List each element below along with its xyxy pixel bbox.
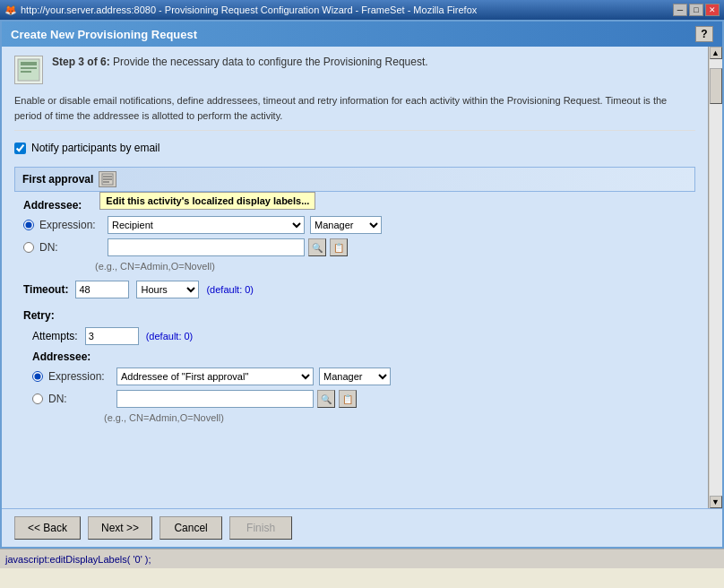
retry-search-icon-button[interactable]: 🔍: [317, 390, 335, 408]
section-title: First approval: [22, 173, 93, 186]
retry-addressee-section: Addressee: Expression: Addressee of "Fir…: [32, 350, 695, 423]
step-header: Step 3 of 6: Provide the necessary data …: [14, 56, 695, 84]
dn-input[interactable]: [108, 238, 305, 256]
retry-browse-icon-button[interactable]: 📋: [339, 390, 357, 408]
retry-expression-radio-label: Expression:: [48, 370, 111, 383]
retry-expression-radio[interactable]: [32, 371, 43, 382]
minimize-button[interactable]: ─: [673, 4, 687, 16]
step-number: Step 3 of 6:: [52, 56, 110, 68]
step-icon: [14, 56, 43, 84]
back-button[interactable]: << Back: [14, 516, 81, 540]
dn-radio[interactable]: [23, 242, 34, 253]
edit-labels-button[interactable]: Edit this activity's localized display l…: [99, 171, 116, 187]
svg-rect-1: [21, 62, 37, 65]
first-approval-section: First approval Edit this activity's loca…: [14, 167, 695, 423]
timeout-default: (default: 0): [206, 284, 254, 295]
attempts-default: (default: 0): [146, 331, 194, 342]
wizard-header: Create New Provisioning Request ?: [2, 22, 722, 47]
retry-label: Retry:: [23, 309, 695, 322]
notify-checkbox[interactable]: [14, 143, 26, 154]
wizard-window: Create New Provisioning Request ? Step 3…: [0, 20, 724, 549]
attempts-row: Attempts: (default: 0): [32, 327, 695, 345]
expression-row: Expression: Recipient Manager: [23, 216, 695, 234]
retry-section: Retry: Attempts: (default: 0) Addressee:…: [23, 309, 695, 423]
timeout-unit-select[interactable]: Hours Minutes Days: [136, 281, 199, 298]
scroll-track: [710, 59, 722, 496]
browse-icon-button[interactable]: 📋: [330, 238, 348, 256]
description-text: Enable or disable email notifications, d…: [14, 93, 695, 131]
dn-radio-label: DN:: [39, 241, 102, 254]
expression-role-select[interactable]: Manager: [310, 216, 382, 234]
next-button[interactable]: Next >>: [88, 516, 152, 540]
status-text: javascript:editDisplayLabels( '0' );: [5, 554, 151, 565]
wizard-title: Create New Provisioning Request: [11, 28, 197, 41]
window-title: http://your.server.address:8080 - Provis…: [21, 4, 477, 15]
help-button[interactable]: ?: [695, 26, 713, 42]
notify-row: Notify participants by email: [14, 142, 695, 154]
scroll-thumb[interactable]: [710, 68, 722, 104]
step-description: Provide the necessary data to configure …: [113, 56, 428, 68]
maximize-button[interactable]: □: [689, 4, 703, 16]
expression-radio-label: Expression:: [39, 219, 102, 231]
dn-example: (e.g., CN=Admin,O=Novell): [95, 261, 695, 272]
expression-select[interactable]: Recipient: [108, 216, 305, 234]
timeout-row: Timeout: Hours Minutes Days (default: 0): [23, 281, 695, 298]
attempts-input[interactable]: [85, 327, 139, 345]
wizard-scroll-area: Step 3 of 6: Provide the necessary data …: [2, 47, 708, 508]
edit-labels-tooltip: Edit this activity's localized display l…: [99, 192, 315, 210]
close-button[interactable]: ✕: [705, 4, 720, 16]
svg-rect-3: [21, 71, 31, 73]
wizard-footer: << Back Next >> Cancel Finish: [2, 508, 722, 547]
svg-rect-2: [21, 67, 37, 69]
retry-dn-radio-label: DN:: [48, 393, 111, 405]
scrollbar[interactable]: ▲ ▼: [708, 47, 722, 508]
retry-addressee-label: Addressee:: [32, 350, 695, 363]
section-header: First approval Edit this activity's loca…: [14, 167, 695, 192]
notify-label: Notify participants by email: [31, 142, 159, 154]
cancel-button[interactable]: Cancel: [159, 516, 222, 540]
search-icon-button[interactable]: 🔍: [308, 238, 326, 256]
attempts-label: Attempts:: [32, 330, 78, 342]
scroll-down-button[interactable]: ▼: [710, 496, 722, 508]
retry-dn-radio[interactable]: [32, 393, 43, 404]
timeout-input[interactable]: [75, 281, 129, 298]
retry-expression-role-select[interactable]: Manager: [319, 368, 391, 385]
retry-expression-select[interactable]: Addressee of "First approval": [116, 368, 314, 385]
retry-dn-example: (e.g., CN=Admin,O=Novell): [104, 412, 695, 423]
title-bar: 🦊 http://your.server.address:8080 - Prov…: [0, 0, 724, 20]
status-bar: javascript:editDisplayLabels( '0' );: [0, 549, 724, 568]
dn-row: DN: 🔍 📋: [23, 238, 695, 256]
expression-radio[interactable]: [23, 220, 34, 230]
addressee-section: Addressee: Expression: Recipient Manager: [23, 199, 695, 272]
scroll-up-button[interactable]: ▲: [710, 47, 722, 59]
retry-expression-row: Expression: Addressee of "First approval…: [32, 368, 695, 385]
favicon-icon: 🦊: [4, 4, 17, 16]
retry-dn-row: DN: 🔍 📋: [32, 390, 695, 408]
timeout-label: Timeout:: [23, 283, 68, 296]
retry-dn-input[interactable]: [116, 390, 314, 408]
finish-button[interactable]: Finish: [229, 516, 292, 540]
step-text: Step 3 of 6: Provide the necessary data …: [52, 56, 428, 68]
